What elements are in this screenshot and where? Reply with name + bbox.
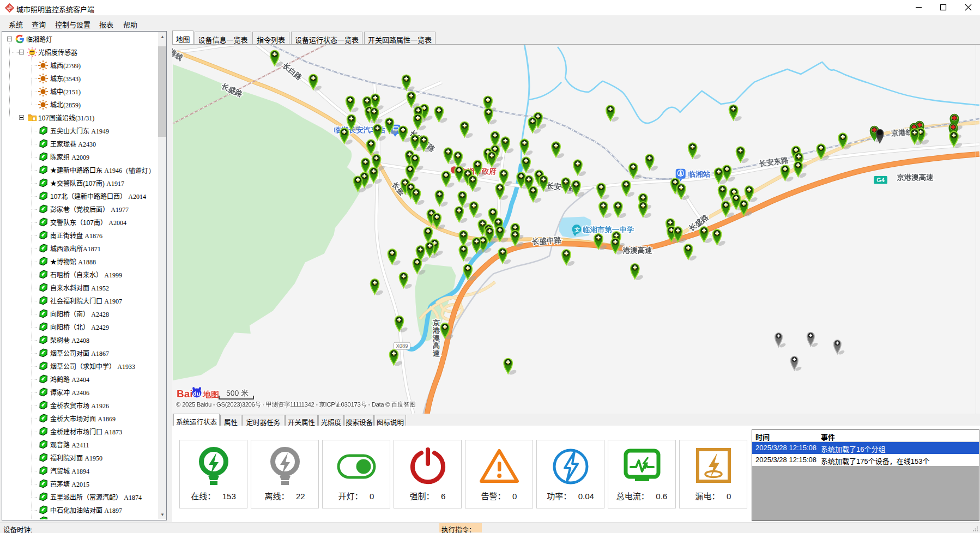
svg-text:Bai: Bai	[177, 389, 193, 400]
svg-text:高: 高	[433, 342, 440, 350]
svg-text:500 米: 500 米	[226, 389, 249, 397]
svg-text:du: du	[193, 391, 200, 397]
svg-text:地图: 地图	[202, 390, 219, 399]
svg-text:京: 京	[432, 319, 440, 327]
svg-text:速: 速	[432, 349, 440, 358]
svg-text:澳: 澳	[432, 334, 440, 342]
svg-text:文: 文	[574, 227, 580, 234]
svg-text:X089: X089	[396, 343, 408, 349]
svg-text:G4: G4	[876, 177, 885, 184]
svg-text:© 2025 Baidu - GS(2023)3206号 -: © 2025 Baidu - GS(2023)3206号 - 甲测资字11111…	[176, 401, 415, 408]
svg-text:港澳高速: 港澳高速	[622, 246, 652, 255]
svg-text:临湘市第一中学: 临湘市第一中学	[583, 226, 634, 234]
svg-text:京港澳高速: 京港澳高速	[896, 173, 934, 181]
svg-text:临湘站: 临湘站	[688, 170, 711, 178]
svg-text:港: 港	[432, 326, 440, 335]
